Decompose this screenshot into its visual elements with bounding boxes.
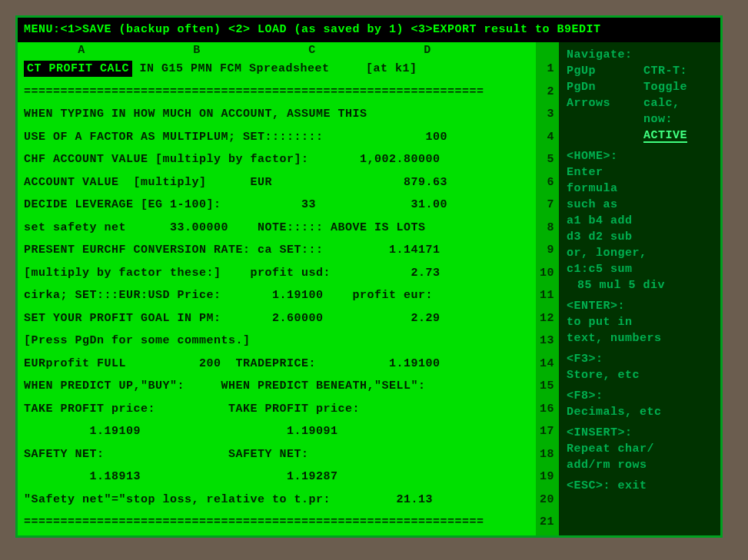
row-number: 6 <box>536 171 559 194</box>
help-home-6: or, longer, <box>567 245 714 261</box>
help-insert-label: <INSERT>: <box>567 425 714 441</box>
row-number: 18 <box>536 443 559 466</box>
help-home-1: Enter <box>567 164 714 181</box>
cell-content[interactable]: WHEN TYPING IN HOW MUCH ON ACCOUNT, ASSU… <box>24 108 530 121</box>
sheet-row[interactable]: PRESENT EURCHF CONVERSION RATE: ca SET::… <box>18 239 536 262</box>
help-panel: Navigate: PgUp PgDn Arrows CTR-T: Toggle… <box>559 42 720 535</box>
sheet-row[interactable]: SAFETY NET: SAFETY NET: <box>18 443 536 466</box>
help-enter-2: text, numbers <box>567 330 714 346</box>
cell-content[interactable]: TAKE PROFIT price: TAKE PROFIT price: <box>24 403 530 416</box>
sheet-row[interactable]: EURprofit FULL 200 TRADEPRICE: 1.19100 <box>18 353 536 376</box>
cell-content[interactable]: cirka; SET:::EUR:USD Price: 1.19100 prof… <box>24 289 530 302</box>
cell-content[interactable]: DECIDE LEVERAGE [EG 1-100]: 33 31.00 <box>24 198 530 211</box>
row-number: 8 <box>536 217 559 240</box>
help-esc: <ESC>: exit <box>567 478 714 494</box>
sheet-row[interactable]: ACCOUNT VALUE [multiply] EUR 879.63 <box>18 171 536 194</box>
cell-content[interactable]: "Safety net"="stop loss, relative to t.p… <box>24 493 530 506</box>
cell-content[interactable]: ========================================… <box>24 85 530 98</box>
sheet-row[interactable]: ========================================… <box>18 511 536 534</box>
help-ctrt-1: Toggle <box>643 79 714 95</box>
workspace: A B C D CT PROFIT CALC IN G15 PMN FCM Sp… <box>18 42 720 535</box>
cell-content[interactable]: WHEN PREDICT UP,"BUY": WHEN PREDICT BENE… <box>24 379 530 393</box>
menu-bar[interactable]: MENU:<1>SAVE (backup often) <2> LOAD (as… <box>18 18 720 42</box>
sheet-row[interactable]: set safety net 33.00000 NOTE::::: ABOVE … <box>18 217 536 240</box>
row-number: 3 <box>536 103 559 126</box>
sheet-row[interactable]: TAKE PROFIT price: TAKE PROFIT price: <box>18 398 536 421</box>
row-number: 21 <box>536 511 559 534</box>
cell-content[interactable]: [multiply by factor these:] profit usd: … <box>24 267 530 280</box>
cursor-cell[interactable]: CT PROFIT CALC <box>24 61 132 77</box>
help-f3-line: Store, etc <box>567 367 714 383</box>
row-number-strip: 123456789101112131415161718192021 <box>536 42 559 535</box>
col-header-c: C <box>254 44 370 58</box>
help-ctrt-3: now: <box>643 111 714 128</box>
sheet-row[interactable]: [Press PgDn for some comments.] <box>18 330 536 353</box>
col-header-a: A <box>24 44 139 58</box>
row-number: 20 <box>536 489 559 512</box>
col-header-b: B <box>139 44 254 58</box>
sheet-row[interactable]: cirka; SET:::EUR:USD Price: 1.19100 prof… <box>18 284 536 307</box>
help-home-7: c1:c5 sum <box>567 261 714 277</box>
cell-content[interactable]: CT PROFIT CALC IN G15 PMN FCM Spreadshee… <box>24 61 530 77</box>
row-number: 1 <box>536 58 559 81</box>
sheet-row[interactable]: 1.18913 1.19287 <box>18 466 536 489</box>
help-enter-1: to put in <box>567 314 714 330</box>
cell-content[interactable]: ========================================… <box>24 515 530 529</box>
cell-content[interactable]: EURprofit FULL 200 TRADEPRICE: 1.19100 <box>24 357 530 370</box>
row-number: 11 <box>536 284 559 307</box>
help-nav-title: Navigate: <box>567 47 637 63</box>
cell-content[interactable]: ACCOUNT VALUE [multiply] EUR 879.63 <box>24 176 530 189</box>
help-home-label: <HOME>: <box>567 148 714 164</box>
sheet-row[interactable]: "Safety net"="stop loss, relative to t.p… <box>18 489 536 512</box>
help-home-5: d3 d2 sub <box>567 229 714 245</box>
cell-content[interactable]: SAFETY NET: SAFETY NET: <box>24 448 530 461</box>
cell-content[interactable]: USE OF A FACTOR AS MULTIPLUM; SET:::::::… <box>24 131 530 144</box>
help-nav-arrows: Arrows <box>567 95 637 111</box>
help-f3-label: <F3>: <box>567 351 714 367</box>
help-ctrt-label: CTR-T: <box>643 63 714 79</box>
row-number: 12 <box>536 307 559 330</box>
help-enter-label: <ENTER>: <box>567 298 714 314</box>
row-number: 15 <box>536 375 559 398</box>
cell-content[interactable]: 1.19109 1.19091 <box>24 425 530 438</box>
help-nav-pgup: PgUp <box>567 63 637 79</box>
help-muldiv: 85 mul 5 div <box>567 277 714 293</box>
help-home-4: a1 b4 add <box>567 213 714 229</box>
spreadsheet-area[interactable]: A B C D CT PROFIT CALC IN G15 PMN FCM Sp… <box>18 42 536 535</box>
help-home-3: such as <box>567 197 714 213</box>
cell-content[interactable]: CHF ACCOUNT VALUE [multiply by factor]: … <box>24 153 530 166</box>
sheet-row[interactable]: SET YOUR PROFIT GOAL IN PM: 2.60000 2.29 <box>18 307 536 330</box>
sheet-row[interactable]: WHEN TYPING IN HOW MUCH ON ACCOUNT, ASSU… <box>18 103 536 126</box>
sheet-row[interactable]: WHEN PREDICT UP,"BUY": WHEN PREDICT BENE… <box>18 375 536 398</box>
help-f8-label: <F8>: <box>567 388 714 404</box>
column-headers: A B C D <box>18 42 536 58</box>
sheet-row[interactable]: [multiply by factor these:] profit usd: … <box>18 262 536 285</box>
row-number: 4 <box>536 126 559 149</box>
cell-content[interactable]: SET YOUR PROFIT GOAL IN PM: 2.60000 2.29 <box>24 312 530 325</box>
cell-content[interactable]: set safety net 33.00000 NOTE::::: ABOVE … <box>24 221 530 234</box>
sheet-row[interactable]: DECIDE LEVERAGE [EG 1-100]: 33 31.00 <box>18 194 536 217</box>
row-number: 17 <box>536 420 559 443</box>
row-number: 16 <box>536 398 559 421</box>
cell-content[interactable]: 1.18913 1.19287 <box>24 470 530 483</box>
help-insert-1: Repeat char/ <box>567 441 714 457</box>
row-number: 5 <box>536 148 559 171</box>
sheet-row[interactable]: CT PROFIT CALC IN G15 PMN FCM Spreadshee… <box>18 58 536 81</box>
sheet-row[interactable]: ========================================… <box>18 81 536 104</box>
help-ctrt-2: calc, <box>643 95 714 111</box>
row-number: 13 <box>536 330 559 353</box>
sheet-row[interactable]: USE OF A FACTOR AS MULTIPLUM; SET:::::::… <box>18 126 536 149</box>
help-f8-line: Decimals, etc <box>567 404 714 420</box>
help-calc-active: ACTIVE <box>643 131 687 143</box>
row-number: 7 <box>536 194 559 217</box>
cell-content[interactable]: [Press PgDn for some comments.] <box>24 334 530 347</box>
col-header-d: D <box>370 44 485 58</box>
terminal-window: MENU:<1>SAVE (backup often) <2> LOAD (as… <box>15 15 723 538</box>
sheet-row[interactable]: CHF ACCOUNT VALUE [multiply by factor]: … <box>18 148 536 171</box>
row-number: 19 <box>536 466 559 489</box>
cell-content[interactable]: PRESENT EURCHF CONVERSION RATE: ca SET::… <box>24 244 530 257</box>
row-number: 2 <box>536 81 559 104</box>
row-number: 9 <box>536 239 559 262</box>
row-number: 10 <box>536 262 559 285</box>
sheet-row[interactable]: 1.19109 1.19091 <box>18 420 536 443</box>
